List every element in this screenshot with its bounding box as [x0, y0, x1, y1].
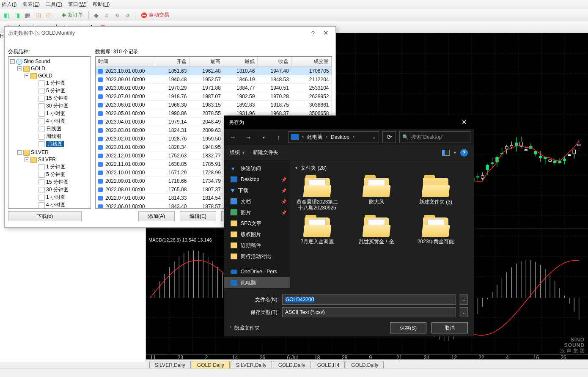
menu-window[interactable]: 窗口(W) [68, 1, 86, 8]
chevron-down-icon[interactable]: ⌄ [372, 134, 376, 140]
timeframe-item[interactable]: 15 分钟图 [32, 178, 91, 186]
timeframe-item[interactable]: 30 分钟图 [32, 102, 91, 110]
sidebar-item[interactable]: 下载📌 [224, 185, 290, 196]
table-row[interactable]: 2023.06.01 00:001968.301983.151892.83191… [96, 101, 332, 109]
tb-icon[interactable]: ⌾ [123, 11, 132, 20]
sidebar-item[interactable]: Desktop📌 [224, 174, 290, 185]
address-bar[interactable]: › 此电脑 › Desktop › ⌄ [288, 131, 379, 143]
col-header[interactable]: 开盘 [155, 57, 190, 67]
file-pane[interactable]: ▸ 文件夹 (28) 黄金展望2023第二十八期20230925防大风新建文件夹… [290, 160, 474, 289]
search-input[interactable]: 🔍 搜索"Desktop" [399, 131, 470, 143]
chart-tab[interactable]: SILVER,Daily [149, 361, 191, 369]
symbol-node[interactable]: −GOLD1 分钟图5 分钟图15 分钟图30 分钟图1 小时图4 小时图日线图… [25, 72, 91, 148]
sidebar-item[interactable]: 版权图片 [224, 229, 290, 240]
timeframe-item[interactable]: 15 分钟图 [32, 94, 91, 102]
help-icon[interactable]: ? [307, 30, 319, 37]
timeframe-item[interactable]: 日线图 [32, 125, 91, 132]
tb-icon[interactable]: ◫ [33, 11, 43, 20]
server-node[interactable]: −Sino Sound−GOLD−GOLD1 分钟图5 分钟图15 分钟图30 … [10, 58, 91, 209]
tb-icon[interactable]: ◧ [2, 11, 11, 20]
menu-chart[interactable]: 图表(C) [22, 1, 40, 8]
recent-icon[interactable]: ▾ [258, 131, 269, 143]
symbol-node[interactable]: −SILVER1 分钟图5 分钟图15 分钟图30 分钟图1 小时图4 小时图日… [25, 156, 91, 209]
cancel-button[interactable]: 取消 [431, 322, 468, 333]
tb-icon[interactable]: ⌾ [113, 11, 122, 20]
help-icon[interactable]: ? [460, 149, 468, 157]
download-button[interactable]: 下载(o) [8, 211, 82, 221]
timeframe-item[interactable]: 1 小时图 [32, 193, 91, 201]
timeframe-item[interactable]: 1 分钟图 [32, 79, 91, 87]
group-header[interactable]: ▸ 文件夹 (28) [294, 163, 470, 175]
tb-icon[interactable]: ⌾ [102, 11, 111, 20]
col-header[interactable]: 最高 [189, 57, 223, 67]
up-icon[interactable]: ↑ [273, 131, 285, 143]
dialog-titlebar[interactable]: 历史数据中心: GOLD,Monthly ? ✕ [5, 27, 335, 39]
folder-item[interactable]: 7月底入金调查 [294, 215, 341, 250]
edit-button[interactable]: 编辑(E) [180, 211, 216, 221]
sidebar-item[interactable]: ★快速访问 [224, 163, 290, 174]
folder-item[interactable]: 乱世买黄金！全 [353, 215, 400, 250]
folder-item[interactable]: 防大风 [353, 175, 400, 211]
table-row[interactable]: 2023.08.01 00:001970.291971.881884.77194… [96, 84, 332, 92]
menu-tools[interactable]: 工具(T) [46, 1, 62, 8]
layout-icon[interactable] [442, 150, 450, 156]
saveas-titlebar[interactable]: 另存为 ✕ [224, 116, 474, 129]
save-button[interactable]: 保存(S) [390, 322, 426, 333]
symbol-group[interactable]: −SILVER−SILVER1 分钟图5 分钟图15 分钟图30 分钟图1 小时… [17, 149, 91, 209]
symbol-group[interactable]: −GOLD−GOLD1 分钟图5 分钟图15 分钟图30 分钟图1 小时图4 小… [17, 65, 91, 149]
new-order-button[interactable]: ✚ 新订单 [59, 11, 86, 20]
saveas-sidebar[interactable]: ★快速访问Desktop📌下载📌文档📌图片📌SEO文章版权图片近期稿件同行活动对… [224, 160, 290, 289]
chart-tab[interactable]: GOLD,H4 [312, 361, 345, 369]
folder-item[interactable]: 黄金展望2023第二十八期20230925 [294, 175, 341, 211]
timeframe-item[interactable]: 5 分钟图 [32, 171, 91, 178]
folder-item[interactable]: 2023年黄金可能 [412, 215, 459, 250]
chevron-down-icon[interactable]: ⌄ [459, 294, 468, 305]
chart-tab[interactable]: GOLD,Daily [273, 361, 311, 369]
sidebar-item[interactable]: 近期稿件 [224, 240, 290, 251]
col-header[interactable]: 时间 [96, 57, 155, 67]
auto-trade-button[interactable]: ⛔ 自动交易 [138, 11, 172, 20]
folder-item[interactable]: 新建文件夹 (3) [412, 175, 459, 211]
chart-tab[interactable]: GOLD,Daily [346, 361, 384, 369]
filetype-select[interactable]: ASCII Text (*.csv) [282, 307, 456, 317]
timeframe-item[interactable]: 4 小时图 [32, 201, 91, 209]
timeframe-item[interactable]: 1 小时图 [32, 110, 91, 117]
filename-input[interactable]: GOLD43200 [282, 294, 456, 305]
sidebar-item[interactable]: OneDrive - Pers [224, 266, 290, 277]
symbol-tree[interactable]: −Sino Sound−GOLD−GOLD1 分钟图5 分钟图15 分钟图30 … [8, 56, 91, 209]
timeframe-item[interactable]: 周线图 [32, 132, 91, 140]
col-header[interactable]: 最低 [223, 57, 258, 67]
chart-tab[interactable]: SILVER,Daily [231, 361, 272, 369]
timeframe-item[interactable]: 月线图 [32, 140, 91, 148]
tb-icon[interactable]: ◫ [44, 11, 53, 20]
new-folder-button[interactable]: 新建文件夹 [253, 149, 278, 156]
close-icon[interactable]: ✕ [455, 116, 474, 129]
timeframe-item[interactable]: 5 分钟图 [32, 87, 91, 94]
table-row[interactable]: 2023.07.01 00:001918.761987.071902.59197… [96, 92, 332, 101]
timeframe-item[interactable]: 30 分钟图 [32, 186, 91, 193]
timeframe-item[interactable]: 1 分钟图 [32, 163, 91, 171]
sidebar-item[interactable]: 图片📌 [224, 207, 290, 218]
col-header[interactable]: 成交量 [291, 57, 332, 67]
col-header[interactable]: 收盘 [257, 57, 291, 67]
sidebar-item[interactable]: 文档📌 [224, 196, 290, 207]
chevron-down-icon[interactable]: ▼ [453, 151, 457, 155]
add-button[interactable]: 添加(A) [138, 211, 175, 221]
back-icon[interactable]: ← [227, 131, 239, 143]
tb-icon[interactable]: ▦ [23, 11, 32, 20]
close-icon[interactable]: ✕ [319, 29, 332, 37]
menu-help[interactable]: 帮助(H) [93, 1, 110, 8]
sidebar-item[interactable]: 同行活动对比 [224, 251, 290, 262]
table-row[interactable]: 2023.10.01 00:001851.631962.481810.46194… [96, 67, 332, 75]
hide-folders-toggle[interactable]: ˄ 隐藏文件夹 [230, 325, 260, 332]
forward-icon[interactable]: → [242, 131, 254, 143]
table-row[interactable]: 2023.09.01 00:001940.481952.571846.19184… [96, 75, 332, 84]
chevron-down-icon[interactable]: ⌄ [459, 307, 468, 317]
sidebar-item[interactable]: SEO文章 [224, 218, 290, 229]
tb-icon[interactable]: ◆ [91, 11, 101, 20]
breadcrumb[interactable]: Desktop [331, 134, 349, 140]
organize-button[interactable]: 组织 ▼ [230, 149, 245, 156]
refresh-icon[interactable]: ⟳ [382, 131, 396, 143]
chart-tab[interactable]: GOLD,Daily [192, 361, 230, 369]
breadcrumb[interactable]: 此电脑 [307, 134, 322, 141]
